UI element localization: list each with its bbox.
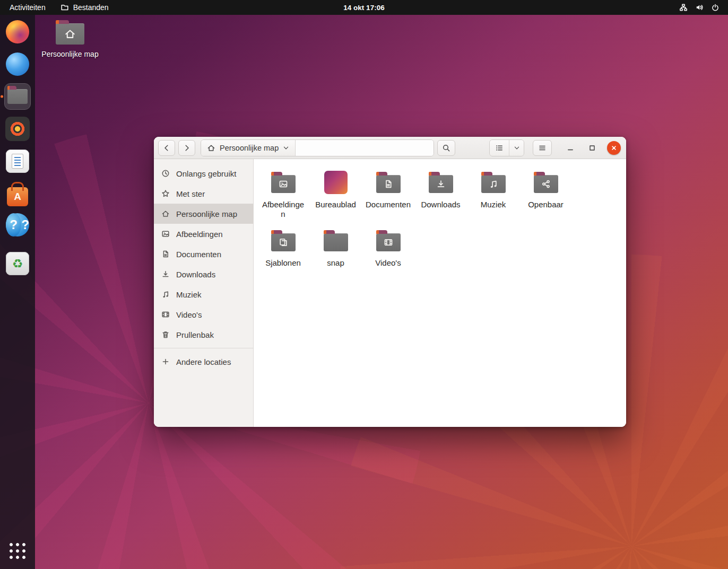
file-downloads[interactable]: Downloads <box>414 165 467 224</box>
sidebar-item-home[interactable]: Persoonlijke map <box>154 204 253 224</box>
folder-icon <box>429 175 453 193</box>
app-menu-label: Bestanden <box>73 3 109 12</box>
list-view-button[interactable] <box>490 140 509 156</box>
file-openbaar[interactable]: Openbaar <box>519 165 572 224</box>
app-menu-button[interactable]: Bestanden <box>53 0 116 15</box>
volume-icon <box>695 3 704 12</box>
sidebar-item-other-locations[interactable]: Andere locaties <box>154 352 253 372</box>
sidebar-item-label: Video's <box>176 310 202 319</box>
file-label: Downloads <box>421 200 460 209</box>
file-snap[interactable]: snap <box>309 224 362 273</box>
file-documenten[interactable]: Documenten <box>362 165 414 224</box>
music-icon <box>489 179 498 189</box>
close-icon <box>610 144 618 152</box>
dock-item-files[interactable] <box>5 84 30 109</box>
file-label: Video's <box>375 258 401 268</box>
sidebar-item-pictures[interactable]: Afbeeldingen <box>154 224 253 244</box>
document-page <box>12 154 23 169</box>
file-bureaublad[interactable]: Bureaublad <box>309 165 362 224</box>
minimize-button[interactable] <box>564 141 577 155</box>
star-icon <box>161 189 170 198</box>
plus-icon <box>161 357 170 366</box>
ubuntu-software-icon <box>6 181 29 206</box>
folder-icon <box>324 233 348 251</box>
sidebar-list: Onlangs gebruiktMet sterPersoonlijke map… <box>154 163 253 345</box>
recycle-icon <box>6 252 29 275</box>
sidebar-item-recent[interactable]: Onlangs gebruikt <box>154 163 253 183</box>
dock-item-libreoffice-writer[interactable] <box>5 148 30 174</box>
search-button[interactable] <box>437 140 455 156</box>
document-icon <box>161 250 170 258</box>
home-icon <box>64 28 76 40</box>
sidebar-item-documents[interactable]: Documenten <box>154 244 253 264</box>
dock-item-firefox[interactable] <box>5 19 30 45</box>
view-toggle-group <box>489 139 524 156</box>
dock-items <box>5 19 30 276</box>
activities-button[interactable]: Activiteiten <box>0 0 53 15</box>
sidebar-item-downloads[interactable]: Downloads <box>154 264 253 284</box>
dock-item-recycle[interactable] <box>5 251 30 276</box>
clock-icon <box>161 169 170 178</box>
sidebar-item-music[interactable]: Muziek <box>154 284 253 304</box>
file-icon-wrap <box>534 168 558 197</box>
files-icon <box>7 89 28 104</box>
location-entry[interactable] <box>296 140 434 156</box>
sidebar-item-starred[interactable]: Met ster <box>154 183 253 204</box>
sidebar-item-trash[interactable]: Prullenbak <box>154 325 253 345</box>
network-icon <box>679 3 688 12</box>
dock-item-ubuntu-software[interactable] <box>5 181 30 206</box>
document-icon <box>384 179 393 189</box>
system-status-area[interactable] <box>679 0 728 15</box>
menu-button[interactable] <box>533 140 552 156</box>
file-label: Sjablonen <box>265 258 301 268</box>
location-path-button[interactable]: Persoonlijke map <box>201 140 296 156</box>
show-apps-button[interactable] <box>5 538 30 564</box>
folder-icon <box>376 233 401 251</box>
file-icon-wrap <box>429 168 453 197</box>
folder-icon <box>481 175 506 193</box>
help-icon <box>6 213 21 237</box>
home-icon <box>207 144 215 152</box>
files-window: Persoonlijke map <box>154 137 626 427</box>
sidebar-item-videos[interactable]: Video's <box>154 304 253 325</box>
film-icon <box>161 310 170 319</box>
sidebar-item-label: Downloads <box>176 270 215 279</box>
firefox-icon <box>6 20 29 43</box>
dock-item-rhythmbox[interactable] <box>5 116 30 142</box>
location-label: Persoonlijke map <box>220 144 279 152</box>
template-icon <box>279 238 288 247</box>
file-sjablonen[interactable]: Sjablonen <box>257 224 309 273</box>
maximize-button[interactable] <box>585 141 599 155</box>
file-icon-wrap <box>481 168 506 197</box>
close-button[interactable] <box>607 141 621 155</box>
maximize-icon <box>588 144 596 152</box>
forward-button[interactable] <box>178 140 195 156</box>
file-label: Afbeeldingen <box>261 200 306 218</box>
chevron-down-icon <box>514 145 520 151</box>
file-video-s[interactable]: Video's <box>362 224 414 273</box>
folder-icon <box>60 3 69 12</box>
folder-icon <box>534 175 558 193</box>
file-muziek[interactable]: Muziek <box>467 165 519 224</box>
dock <box>0 15 35 569</box>
top-bar: Activiteiten Bestanden 14 okt 17:06 <box>0 0 728 15</box>
sidebar-item-label: Persoonlijke map <box>176 209 237 218</box>
view-options-dropdown[interactable] <box>509 140 524 156</box>
file-icon-wrap <box>324 226 348 256</box>
sidebar-item-label: Documenten <box>176 250 221 259</box>
forward-icon <box>183 144 191 152</box>
sidebar-item-label: Prullenbak <box>176 330 214 339</box>
folder-icon <box>376 175 401 193</box>
home-icon <box>161 209 170 218</box>
file-icon-wrap <box>376 226 401 256</box>
clock-button[interactable]: 14 okt 17:06 <box>343 4 384 12</box>
back-button[interactable] <box>158 140 175 156</box>
back-icon <box>162 144 171 152</box>
file-label: Bureaublad <box>315 200 356 209</box>
file-afbeeldingen[interactable]: Afbeeldingen <box>257 165 309 224</box>
dock-item-thunderbird[interactable] <box>5 51 30 77</box>
folder-icon <box>271 233 296 251</box>
dock-item-help[interactable] <box>6 213 29 237</box>
sidebar-item-label: Andere locaties <box>176 357 231 366</box>
desktop-home-folder[interactable]: Persoonlijke map <box>39 19 101 58</box>
